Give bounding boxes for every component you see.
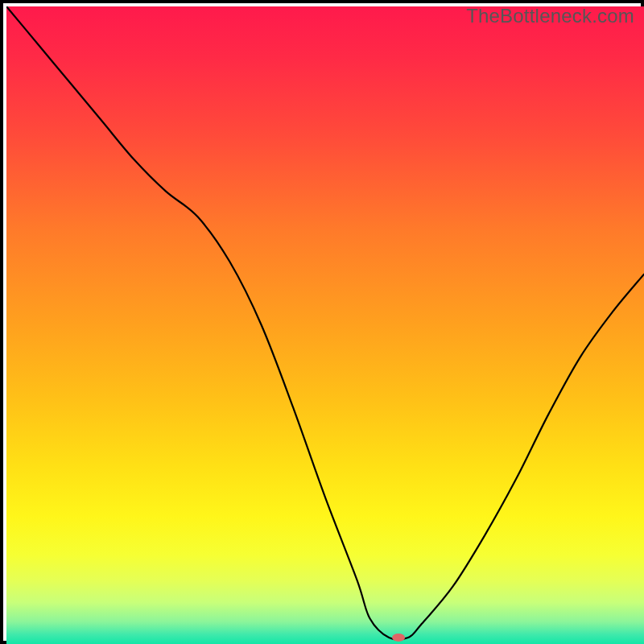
watermark-text: TheBottleneck.com	[466, 5, 634, 27]
chart-frame: TheBottleneck.com	[0, 0, 644, 644]
optimal-marker	[392, 634, 405, 642]
bottleneck-chart	[6, 6, 644, 644]
gradient-background	[6, 6, 644, 644]
